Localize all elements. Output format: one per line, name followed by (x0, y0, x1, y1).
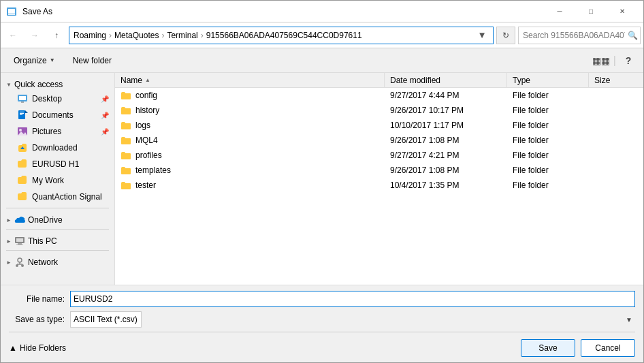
organize-button[interactable]: Organize ▼ (6, 51, 63, 70)
svg-point-24 (21, 264, 24, 267)
file-cell-date: 9/26/2017 1:08 PM (385, 134, 507, 146)
hide-folders-button[interactable]: ▲ Hide Folders (9, 343, 66, 353)
file-cell-name: tester (115, 179, 385, 191)
new-folder-button[interactable]: New folder (65, 51, 119, 70)
folder-icon (120, 136, 131, 145)
table-row[interactable]: tester 10/4/2017 1:35 PM File folder (115, 178, 643, 193)
file-cell-name: logs (115, 119, 385, 131)
filetype-row: Save as type: ASCII Text (*.csv) CSV (*.… (9, 311, 635, 328)
file-cell-size (589, 169, 643, 172)
filetype-select[interactable]: ASCII Text (*.csv) CSV (*.csv) Text (*.t… (70, 311, 142, 328)
folder-icon (120, 151, 131, 160)
file-cell-type: File folder (507, 104, 589, 116)
pictures-icon (17, 126, 28, 137)
file-cell-type: File folder (507, 89, 589, 101)
table-row[interactable]: profiles 9/27/2017 4:21 PM File folder (115, 148, 643, 163)
column-size[interactable]: Size (589, 73, 643, 87)
cancel-button[interactable]: Cancel (581, 339, 635, 357)
column-date-modified[interactable]: Date modified (385, 73, 507, 87)
sidebar-item-downloaded[interactable]: Downloaded (1, 140, 114, 156)
svg-rect-8 (20, 113, 24, 114)
sidebar-item-label-desktop: Desktop (32, 94, 62, 104)
breadcrumb: Roaming › MetaQuotes › Terminal › 915566… (74, 31, 472, 40)
table-row[interactable]: templates 9/26/2017 1:08 PM File folder (115, 163, 643, 178)
column-type[interactable]: Type (507, 73, 589, 87)
sidebar-onedrive[interactable]: ► OneDrive (1, 211, 114, 226)
sidebar-quickaccess-header[interactable]: ▼ Quick access (1, 76, 114, 91)
sidebar-item-pictures[interactable]: Pictures 📌 (1, 123, 114, 140)
refresh-button[interactable]: ↻ (496, 27, 515, 44)
up-button[interactable]: ↑ (47, 26, 66, 45)
sidebar-item-documents[interactable]: Documents 📌 (1, 107, 114, 123)
view-button[interactable]: ▦▦ (592, 51, 611, 70)
column-name[interactable]: Name ▲ (115, 73, 385, 87)
breadcrumb-part-terminal: Terminal (167, 31, 197, 40)
help-button[interactable]: ? (619, 51, 638, 70)
table-row[interactable]: MQL4 9/26/2017 1:08 PM File folder (115, 133, 643, 148)
sidebar-item-eurusd[interactable]: EURUSD H1 (1, 156, 114, 172)
filename-input[interactable] (70, 291, 635, 307)
address-bar[interactable]: Roaming › MetaQuotes › Terminal › 915566… (69, 27, 494, 44)
maximize-button[interactable]: □ (575, 1, 607, 22)
sidebar-item-desktop[interactable]: Desktop 📌 (1, 91, 114, 107)
file-cell-size (589, 184, 643, 187)
sidebar-network[interactable]: ► Network (1, 253, 114, 268)
file-cell-name: MQL4 (115, 134, 385, 146)
quickaccess-label: Quick access (14, 80, 63, 89)
forward-button[interactable]: → (25, 26, 44, 45)
table-row[interactable]: logs 10/10/2017 1:17 PM File folder (115, 118, 643, 133)
mywork-icon (17, 175, 28, 186)
file-cell-date: 9/27/2017 4:21 PM (385, 149, 507, 161)
svg-rect-9 (20, 114, 22, 115)
svg-rect-15 (22, 147, 23, 149)
sidebar-divider-2 (6, 229, 109, 230)
file-cell-type: File folder (507, 164, 589, 176)
sidebar-divider-1 (6, 208, 109, 208)
network-label: Network (28, 257, 58, 267)
pin-icon-desktop: 📌 (101, 95, 109, 103)
file-cell-date: 9/26/2017 1:08 PM (385, 164, 507, 176)
svg-point-12 (19, 129, 22, 131)
hide-folders-chevron-icon: ▲ (9, 343, 17, 353)
pin-icon-pictures: 📌 (101, 128, 109, 136)
table-row[interactable]: config 9/27/2017 4:44 PM File folder (115, 88, 643, 103)
file-cell-date: 9/26/2017 10:17 PM (385, 104, 507, 116)
file-area: Name ▲ Date modified Type Size c (115, 73, 643, 285)
sidebar-item-quantaction[interactable]: QuantAction Signal (1, 189, 114, 205)
file-cell-size (589, 124, 643, 127)
file-cell-date: 10/10/2017 1:17 PM (385, 119, 507, 131)
svg-rect-18 (18, 243, 22, 244)
svg-rect-19 (16, 244, 23, 245)
bottom-panel: File name: Save as type: ASCII Text (*.c… (1, 285, 643, 362)
quantaction-icon (17, 191, 28, 202)
search-input[interactable] (523, 31, 625, 40)
svg-rect-4 (19, 96, 26, 100)
title-bar-left: Save As (6, 6, 52, 17)
search-icon: 🔍 (628, 31, 638, 40)
sidebar-item-mywork[interactable]: My Work (1, 172, 114, 189)
table-row[interactable]: history 9/26/2017 10:17 PM File folder (115, 103, 643, 118)
documents-icon (17, 110, 28, 121)
address-dropdown-button[interactable]: ▼ (475, 27, 489, 44)
file-cell-date: 10/4/2017 1:35 PM (385, 179, 507, 191)
back-button[interactable]: ← (3, 26, 22, 45)
minimize-button[interactable]: ─ (544, 1, 575, 22)
thispc-label: This PC (28, 236, 57, 246)
search-box: 🔍 (518, 27, 641, 44)
onedrive-label: OneDrive (28, 215, 63, 225)
breadcrumb-part-roaming: Roaming (74, 31, 106, 40)
bottom-divider (9, 332, 635, 332)
sidebar-thispc[interactable]: ► This PC (1, 232, 114, 247)
breadcrumb-part-metaquotes: MetaQuotes (114, 31, 159, 40)
folder-icon (120, 181, 131, 190)
sidebar: ▼ Quick access Desktop 📌 (1, 73, 115, 285)
title-bar: Save As ─ □ ✕ (1, 1, 643, 22)
svg-rect-7 (20, 112, 24, 112)
action-row: ▲ Hide Folders Save Cancel (9, 336, 635, 357)
save-button[interactable]: Save (521, 339, 575, 357)
file-cell-date: 9/27/2017 4:44 PM (385, 89, 507, 101)
downloaded-icon (17, 142, 28, 153)
file-cell-name: profiles (115, 149, 385, 161)
close-button[interactable]: ✕ (607, 1, 638, 22)
organize-chevron-icon: ▼ (50, 57, 55, 63)
